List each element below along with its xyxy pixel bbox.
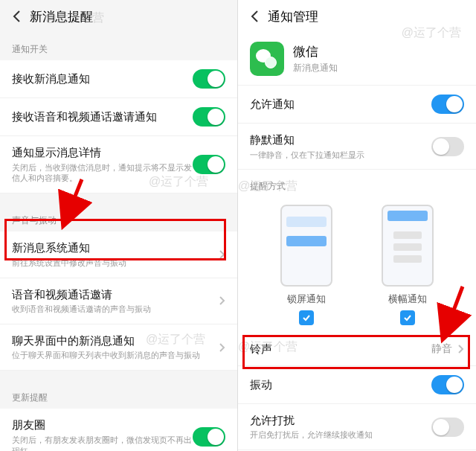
chevron-right-icon xyxy=(219,343,225,352)
row-ringtone[interactable]: 铃声 静音 xyxy=(238,333,476,366)
row-label: 接收新消息通知 xyxy=(12,71,193,86)
row-label: 接收语音和视频通话邀请通知 xyxy=(12,109,193,124)
row-receive-call[interactable]: 接收语音和视频通话邀请通知 xyxy=(0,98,237,136)
row-chat-notify[interactable]: 聊天界面中的新消息通知 位于聊天界面和聊天列表中收到新消息的声音与振动 xyxy=(0,324,237,371)
row-label: 新消息系统通知 xyxy=(12,240,215,255)
spacer xyxy=(0,371,237,381)
row-sub: 收到语音和视频通话邀请的声音与振动 xyxy=(12,304,215,315)
row-sub: 前往系统设置中修改声音与振动 xyxy=(12,258,215,269)
row-sub: 关闭后，有朋友发表朋友圈时，微信发现页不再出现红… xyxy=(12,435,193,451)
check-icon[interactable] xyxy=(400,310,415,325)
row-label: 允许通知 xyxy=(250,97,431,112)
toggle-silent[interactable] xyxy=(431,137,464,156)
section-switches-title: 通知开关 xyxy=(0,33,237,60)
row-call-invite[interactable]: 语音和视频通话邀请 收到语音和视频通话邀请的声音与振动 xyxy=(0,278,237,324)
app-info: 微信 新消息通知 xyxy=(238,33,476,85)
toggle-receive-msg[interactable] xyxy=(193,69,225,89)
right-header: 通知管理 xyxy=(238,0,476,33)
row-label: 通知显示消息详情 xyxy=(12,145,193,160)
left-header: 新消息提醒 xyxy=(0,0,237,33)
row-value: 静音 xyxy=(431,342,452,356)
wechat-icon xyxy=(250,42,284,76)
row-sys-notify[interactable]: 新消息系统通知 前往系统设置中修改声音与振动 xyxy=(0,231,237,278)
row-moments[interactable]: 朋友圈 关闭后，有朋友发表朋友圈时，微信发现页不再出现红… xyxy=(0,409,237,451)
check-icon[interactable] xyxy=(299,310,314,325)
row-vibrate[interactable]: 振动 xyxy=(238,366,476,404)
style-lock[interactable]: 锁屏通知 xyxy=(273,205,340,325)
section-style-title: 提醒方式 xyxy=(238,170,476,197)
toggle-moments[interactable] xyxy=(193,427,225,447)
section-update-title: 更新提醒 xyxy=(0,381,237,409)
back-icon[interactable] xyxy=(9,9,24,24)
right-title: 通知管理 xyxy=(268,8,318,25)
section-sound-title: 声音与振动 xyxy=(0,204,237,231)
row-dnd[interactable]: 允许打扰 开启免打扰后，允许继续接收通知 xyxy=(238,404,476,450)
row-show-detail[interactable]: 通知显示消息详情 关闭后，当收到微信消息时，通知提示将不显示发信人和内容摘要。 xyxy=(0,136,237,193)
right-screen: 通知管理 微信 新消息通知 允许通知 静默通知 一律静音，仅在下拉通知栏显示 提… xyxy=(238,0,476,451)
row-allow-notify[interactable]: 允许通知 xyxy=(238,85,476,124)
row-sub: 位于聊天界面和聊天列表中收到新消息的声音与振动 xyxy=(12,350,215,361)
row-label: 振动 xyxy=(250,377,431,392)
app-sub: 新消息通知 xyxy=(293,62,338,74)
left-title: 新消息提醒 xyxy=(30,8,93,25)
row-silent[interactable]: 静默通知 一律静音，仅在下拉通知栏显示 xyxy=(238,124,476,170)
toggle-show-detail[interactable] xyxy=(193,155,225,174)
row-label: 静默通知 xyxy=(250,132,431,147)
style-previews: 锁屏通知 横幅通知 xyxy=(238,197,476,328)
toggle-allow[interactable] xyxy=(431,95,464,114)
spacer xyxy=(0,193,237,204)
left-screen: 新消息提醒 通知开关 接收新消息通知 接收语音和视频通话邀请通知 通知显示消息详… xyxy=(0,0,238,451)
chevron-right-icon xyxy=(219,250,225,259)
app-name: 微信 xyxy=(293,43,338,60)
row-label: 朋友圈 xyxy=(12,418,193,432)
row-sub: 开启免打扰后，允许继续接收通知 xyxy=(250,429,431,441)
toggle-receive-call[interactable] xyxy=(193,107,225,127)
back-icon[interactable] xyxy=(247,9,262,24)
toggle-dnd[interactable] xyxy=(431,418,464,437)
row-label: 允许打扰 xyxy=(250,413,431,428)
chevron-right-icon xyxy=(458,345,464,354)
row-label: 语音和视频通话邀请 xyxy=(12,287,215,302)
style-banner-label: 横幅通知 xyxy=(388,292,427,306)
row-label: 铃声 xyxy=(250,342,431,356)
row-sub: 一律静音，仅在下拉通知栏显示 xyxy=(250,150,431,161)
row-label: 聊天界面中的新消息通知 xyxy=(12,333,215,348)
style-lock-label: 锁屏通知 xyxy=(287,292,326,306)
style-banner[interactable]: 横幅通知 xyxy=(374,205,441,325)
row-receive-msg[interactable]: 接收新消息通知 xyxy=(0,60,237,98)
row-sub: 关闭后，当收到微信消息时，通知提示将不显示发信人和内容摘要。 xyxy=(12,162,193,185)
toggle-vibrate[interactable] xyxy=(431,375,464,394)
chevron-right-icon xyxy=(219,296,225,305)
